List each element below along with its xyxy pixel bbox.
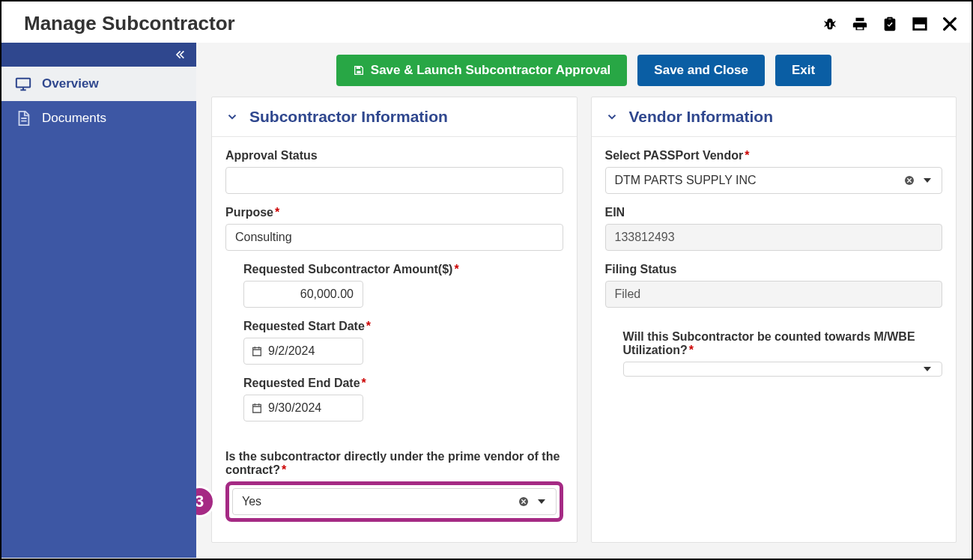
document-icon [15, 110, 31, 127]
panel-title: Vendor Information [629, 108, 774, 126]
clear-icon[interactable] [903, 174, 916, 187]
print-icon[interactable] [852, 16, 868, 32]
close-icon[interactable] [942, 16, 958, 32]
monitor-icon [15, 76, 31, 92]
clipboard-check-icon[interactable] [882, 16, 898, 32]
direct-select[interactable]: Yes [232, 488, 557, 515]
vendor-select-value: DTM PARTS SUPPLY INC [606, 168, 903, 193]
approval-status-label: Approval Status [225, 149, 563, 162]
sidebar-item-documents[interactable]: Documents [1, 101, 196, 136]
mwbe-select-value [624, 363, 921, 375]
sidebar-item-label: Overview [42, 76, 99, 91]
ein-input [605, 224, 943, 251]
filing-status-input [605, 281, 943, 308]
page-title: Manage Subcontractor [24, 12, 235, 35]
svg-rect-0 [16, 79, 30, 88]
end-date-label: Requested End Date* [243, 377, 563, 390]
svg-marker-5 [924, 178, 931, 183]
subcontractor-info-body: Approval Status Purpose* Requested Subco… [212, 137, 577, 549]
amount-input[interactable] [243, 281, 363, 308]
sidebar-item-overview[interactable]: Overview [1, 67, 196, 101]
vendor-select-label: Select PASSPort Vendor* [605, 149, 943, 162]
step-badge-3: 3 [196, 486, 215, 517]
svg-rect-1 [357, 71, 360, 73]
amount-group: Requested Subcontractor Amount($)* [243, 263, 563, 308]
purpose-input[interactable] [225, 224, 563, 251]
mwbe-label: Will this Subcontractor be counted towar… [623, 330, 943, 357]
subcontractor-info-panel: Subcontractor Information Approval Statu… [211, 97, 578, 543]
panels-row: Subcontractor Information Approval Statu… [196, 97, 972, 558]
bug-icon[interactable] [822, 16, 838, 32]
panel-title: Subcontractor Information [249, 108, 448, 126]
calendar-icon [251, 402, 263, 414]
chevron-down-icon [605, 110, 619, 124]
chevron-down-icon [225, 110, 239, 124]
maximize-icon[interactable] [912, 16, 928, 32]
ein-group: EIN [605, 206, 943, 251]
direct-question-group: Is the subcontractor directly under the … [225, 450, 563, 522]
main-area: Save & Launch Subcontractor Approval Sav… [196, 43, 972, 558]
caret-down-icon[interactable] [921, 362, 934, 376]
svg-marker-3 [538, 499, 545, 504]
sidebar-item-label: Documents [42, 111, 106, 126]
direct-select-highlight: Yes [225, 481, 563, 522]
filing-status-label: Filing Status [605, 263, 943, 276]
sidebar-collapse-button[interactable] [1, 43, 196, 67]
vendor-info-header[interactable]: Vendor Information [592, 97, 957, 137]
direct-select-value: Yes [233, 489, 517, 514]
mwbe-select[interactable] [623, 362, 943, 377]
save-launch-button[interactable]: Save & Launch Subcontractor Approval [336, 55, 628, 86]
start-date-group: Requested Start Date* [243, 320, 563, 365]
mwbe-group: Will this Subcontractor be counted towar… [605, 330, 943, 377]
action-bar: Save & Launch Subcontractor Approval Sav… [196, 43, 972, 97]
content-body: Overview Documents Save & Launch Subcont… [1, 43, 972, 558]
exit-button[interactable]: Exit [775, 55, 831, 86]
amount-label: Requested Subcontractor Amount($)* [243, 263, 563, 276]
ein-label: EIN [605, 206, 943, 219]
svg-marker-6 [924, 367, 931, 371]
vendor-select-group: Select PASSPort Vendor* DTM PARTS SUPPLY… [605, 149, 943, 194]
save-icon [353, 64, 365, 76]
start-date-label: Requested Start Date* [243, 320, 563, 333]
caret-down-icon[interactable] [535, 495, 548, 508]
purpose-group: Purpose* [225, 206, 563, 251]
direct-question-label: Is the subcontractor directly under the … [225, 450, 563, 477]
save-close-button[interactable]: Save and Close [637, 55, 765, 86]
end-date-group: Requested End Date* [243, 377, 563, 421]
header-icon-group [822, 16, 958, 32]
approval-status-group: Approval Status [225, 149, 563, 194]
filing-status-group: Filing Status [605, 263, 943, 308]
vendor-info-panel: Vendor Information Select PASSPort Vendo… [591, 97, 957, 543]
caret-down-icon[interactable] [921, 174, 934, 187]
clear-icon[interactable] [517, 495, 530, 508]
vendor-info-body: Select PASSPort Vendor* DTM PARTS SUPPLY… [592, 137, 957, 404]
calendar-icon [251, 345, 263, 357]
approval-status-input[interactable] [225, 167, 563, 194]
window-header: Manage Subcontractor [1, 1, 972, 43]
subcontractor-info-header[interactable]: Subcontractor Information [212, 97, 577, 137]
purpose-label: Purpose* [225, 206, 563, 219]
vendor-select[interactable]: DTM PARTS SUPPLY INC [605, 167, 943, 194]
sidebar: Overview Documents [1, 43, 196, 558]
